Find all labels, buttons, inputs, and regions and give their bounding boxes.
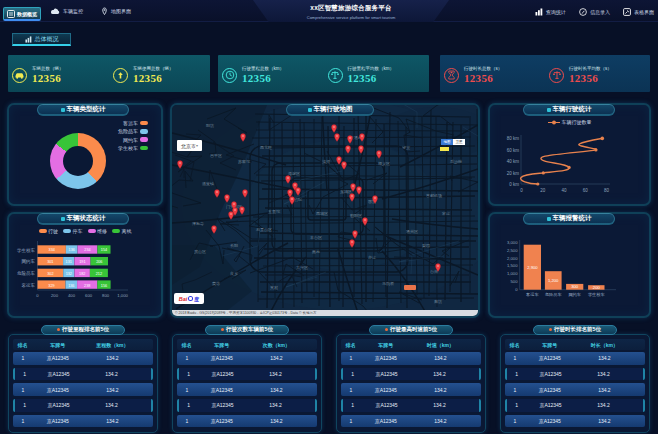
svg-text:2,500: 2,500 <box>507 248 518 253</box>
svg-text:危险品车: 危险品车 <box>545 292 563 297</box>
svg-text:网约车: 网约车 <box>568 292 581 298</box>
svg-text:1,200: 1,200 <box>548 278 559 283</box>
svg-text:3,000: 3,000 <box>507 240 518 245</box>
svg-text:0: 0 <box>515 287 518 292</box>
svg-text:学生校车: 学生校车 <box>588 292 606 297</box>
svg-text:2,900: 2,900 <box>527 265 538 270</box>
svg-text:1,500: 1,500 <box>507 263 518 268</box>
svg-text:300: 300 <box>571 284 579 289</box>
svg-text:500: 500 <box>511 279 519 284</box>
svg-text:客运车: 客运车 <box>526 292 539 297</box>
svg-text:2,000: 2,000 <box>507 256 518 261</box>
svg-text:1,000: 1,000 <box>507 271 518 276</box>
svg-text:200: 200 <box>593 285 601 290</box>
